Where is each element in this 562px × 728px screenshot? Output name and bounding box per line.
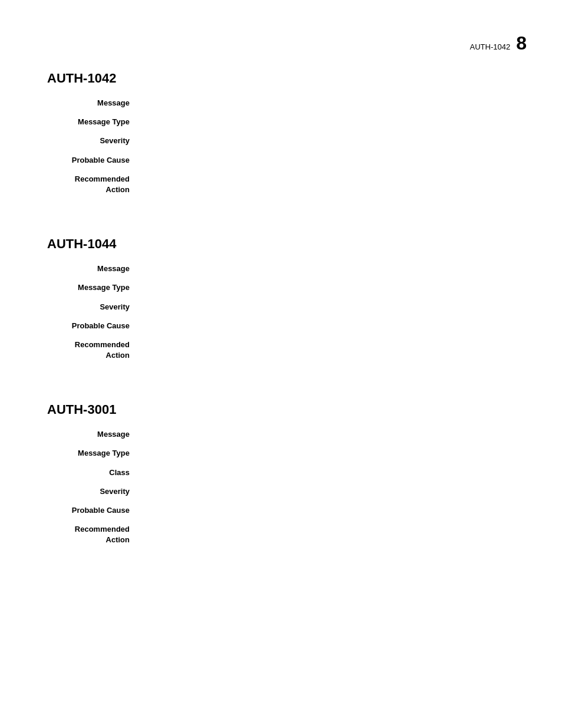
main-content: AUTH-1042MessageMessage TypeSeverityProb… [0,0,562,605]
field-label-auth-1042-3: Probable Cause [47,155,141,166]
field-label-auth-3001-5: RecommendedAction [47,524,141,545]
field-row-auth-1044-0: Message [47,263,421,274]
field-label-auth-1044-1: Message Type [47,282,141,293]
field-label-auth-1042-1: Message Type [47,117,141,127]
entry-auth-3001: AUTH-3001MessageMessage TypeClassSeverit… [47,402,421,545]
page-number: 8 [516,32,527,54]
entry-fields-auth-3001: MessageMessage TypeClassSeverityProbable… [47,429,421,545]
field-row-auth-3001-2: Class [47,467,421,478]
field-row-auth-1044-2: Severity [47,302,421,312]
entry-title-auth-1044: AUTH-1044 [47,236,421,252]
field-label-auth-1044-3: Probable Cause [47,321,141,331]
field-label-auth-1042-0: Message [47,98,141,108]
field-label-auth-1044-0: Message [47,263,141,274]
entry-auth-1042: AUTH-1042MessageMessage TypeSeverityProb… [47,71,421,195]
field-row-auth-1042-0: Message [47,98,421,108]
field-row-auth-3001-3: Severity [47,486,421,497]
field-row-auth-3001-4: Probable Cause [47,505,421,516]
field-row-auth-1044-1: Message Type [47,282,421,293]
field-row-auth-3001-1: Message Type [47,448,421,459]
field-label-auth-3001-2: Class [47,467,141,478]
field-label-auth-1042-2: Severity [47,136,141,146]
field-label-auth-1044-4: RecommendedAction [47,340,141,361]
page-header: AUTH-1042 8 [470,32,527,54]
field-row-auth-1044-3: Probable Cause [47,321,421,331]
field-row-auth-3001-0: Message [47,429,421,440]
field-row-auth-1042-4: RecommendedAction [47,174,421,195]
field-label-auth-3001-3: Severity [47,486,141,497]
field-label-auth-1044-2: Severity [47,302,141,312]
page-header-id: AUTH-1042 [470,42,511,51]
field-label-auth-3001-0: Message [47,429,141,440]
entry-auth-1044: AUTH-1044MessageMessage TypeSeverityProb… [47,236,421,361]
field-label-auth-3001-4: Probable Cause [47,505,141,516]
field-row-auth-1042-3: Probable Cause [47,155,421,166]
entry-fields-auth-1044: MessageMessage TypeSeverityProbable Caus… [47,263,421,361]
entry-title-auth-3001: AUTH-3001 [47,402,421,417]
entry-title-auth-1042: AUTH-1042 [47,71,421,86]
entry-fields-auth-1042: MessageMessage TypeSeverityProbable Caus… [47,98,421,195]
field-row-auth-3001-5: RecommendedAction [47,524,421,545]
field-label-auth-3001-1: Message Type [47,448,141,459]
field-row-auth-1044-4: RecommendedAction [47,340,421,361]
field-label-auth-1042-4: RecommendedAction [47,174,141,195]
field-row-auth-1042-1: Message Type [47,117,421,127]
field-row-auth-1042-2: Severity [47,136,421,146]
